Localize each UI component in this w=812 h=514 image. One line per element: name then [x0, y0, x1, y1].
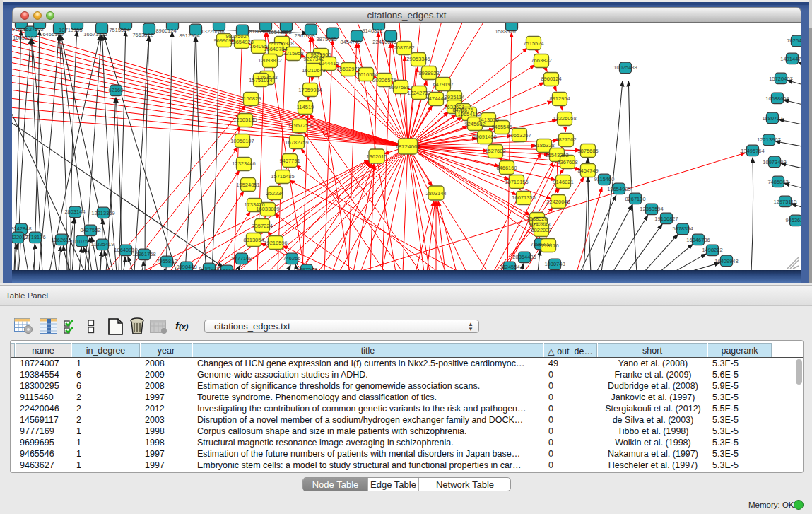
svg-text:3215958: 3215958: [283, 50, 303, 57]
svg-text:7663822: 7663822: [531, 57, 551, 64]
svg-text:15751034: 15751034: [249, 77, 272, 83]
svg-text:15716485: 15716485: [271, 173, 294, 180]
svg-text:9146821: 9146821: [553, 179, 573, 185]
svg-text:18724007: 18724007: [395, 144, 420, 150]
svg-text:8960124: 8960124: [155, 28, 176, 34]
svg-text:252234: 252234: [266, 190, 283, 197]
svg-text:11325419: 11325419: [91, 241, 114, 247]
svg-text:10653267: 10653267: [507, 132, 531, 139]
svg-text:13226058: 13226058: [201, 28, 224, 35]
svg-text:14914479: 14914479: [780, 56, 801, 62]
svg-text:9465546: 9465546: [491, 124, 512, 130]
svg-text:16033809: 16033809: [256, 206, 279, 212]
svg-text:10653267: 10653267: [13, 35, 36, 41]
svg-text:9457791: 9457791: [279, 158, 300, 164]
svg-text:1588520: 1588520: [495, 28, 515, 35]
svg-text:2367608: 2367608: [294, 33, 314, 39]
svg-text:3875685: 3875685: [316, 36, 336, 42]
svg-text:8186328: 8186328: [534, 142, 554, 148]
svg-text:10973493: 10973493: [763, 159, 786, 165]
svg-text:6466160: 6466160: [496, 165, 517, 171]
svg-text:3824554: 3824554: [499, 264, 519, 270]
svg-text:8267130: 8267130: [625, 196, 645, 202]
svg-text:8822037: 8822037: [531, 227, 551, 233]
svg-text:10025438: 10025438: [613, 64, 637, 71]
svg-text:16046736: 16046736: [686, 237, 710, 243]
svg-text:16671355: 16671355: [512, 194, 535, 201]
svg-text:9474444: 9474444: [425, 95, 446, 102]
svg-text:2367608: 2367608: [557, 159, 577, 165]
svg-text:9827502: 9827502: [555, 136, 576, 143]
svg-text:16210643: 16210643: [302, 67, 325, 74]
svg-text:12975115: 12975115: [774, 199, 797, 205]
svg-text:114519: 114519: [297, 104, 314, 110]
svg-text:746266: 746266: [283, 255, 300, 262]
svg-text:7515524: 7515524: [523, 40, 543, 47]
svg-text:8186328: 8186328: [249, 28, 269, 35]
svg-text:15720407: 15720407: [769, 76, 792, 82]
svg-text:7663822: 7663822: [132, 32, 153, 38]
svg-text:16671355: 16671355: [83, 31, 107, 37]
svg-text:10688609: 10688609: [765, 95, 789, 102]
svg-text:1527602: 1527602: [23, 26, 43, 33]
svg-text:1362615: 1362615: [366, 153, 387, 160]
svg-text:8454749: 8454749: [340, 39, 360, 45]
svg-text:1244415: 1244415: [318, 60, 339, 66]
svg-text:1498222: 1498222: [702, 247, 722, 253]
svg-text:8990448: 8990448: [176, 264, 196, 270]
svg-text:12323446: 12323446: [232, 160, 255, 167]
svg-text:12213967: 12213967: [757, 136, 780, 143]
svg-text:8912954: 8912954: [179, 33, 199, 39]
svg-text:17359934: 17359934: [298, 87, 322, 93]
svg-text:2935114: 2935114: [445, 94, 465, 100]
svg-text:7485063: 7485063: [767, 179, 788, 185]
svg-text:1080748: 1080748: [544, 261, 565, 267]
svg-text:13495764: 13495764: [741, 148, 764, 154]
svg-text:19218596: 19218596: [264, 240, 287, 246]
svg-text:16543382: 16543382: [545, 152, 568, 158]
svg-text:8427552: 8427552: [80, 227, 100, 233]
svg-text:1527602: 1527602: [485, 148, 505, 154]
svg-text:7357224: 7357224: [252, 223, 272, 229]
svg-text:12353594: 12353594: [640, 206, 663, 212]
svg-text:8960124: 8960124: [541, 76, 561, 82]
svg-text:16782759: 16782759: [285, 139, 308, 146]
svg-text:20364436: 20364436: [512, 254, 536, 260]
svg-text:8813054: 8813054: [243, 237, 264, 243]
svg-text:9463627: 9463627: [785, 217, 801, 223]
svg-text:2803144: 2803144: [64, 209, 85, 215]
svg-text:16543382: 16543382: [268, 29, 291, 35]
svg-text:17957253: 17957253: [288, 122, 311, 129]
svg-text:62160: 62160: [109, 87, 124, 93]
svg-text:1880727: 1880727: [762, 115, 782, 122]
svg-text:13226058: 13226058: [553, 115, 576, 122]
svg-text:5878354: 5878354: [672, 226, 693, 232]
svg-text:7625402: 7625402: [787, 37, 801, 44]
svg-text:6479197: 6479197: [433, 81, 453, 88]
svg-text:9777169: 9777169: [231, 255, 252, 262]
svg-text:20206575: 20206575: [372, 77, 396, 83]
svg-text:7515524: 7515524: [109, 27, 129, 33]
svg-text:2087682: 2087682: [394, 45, 414, 51]
svg-text:12093832: 12093832: [258, 57, 281, 64]
svg-text:12505135: 12505135: [233, 117, 257, 123]
svg-text:10719155: 10719155: [59, 27, 82, 33]
svg-text:8938923: 8938923: [418, 70, 439, 76]
svg-text:2718176: 2718176: [25, 234, 45, 240]
svg-text:19166827: 19166827: [654, 216, 678, 222]
svg-text:8912954: 8912954: [549, 95, 570, 102]
svg-text:9242848: 9242848: [12, 226, 32, 232]
svg-text:22420046: 22420046: [372, 39, 396, 45]
svg-text:2718176: 2718176: [538, 243, 558, 249]
svg-text:12213369: 12213369: [91, 210, 114, 216]
svg-text:20691406: 20691406: [473, 134, 496, 140]
svg-text:16961758: 16961758: [132, 251, 155, 257]
svg-text:10958107: 10958107: [230, 138, 254, 144]
svg-text:9115460: 9115460: [594, 176, 615, 182]
svg-text:29053346: 29053346: [406, 56, 430, 62]
svg-text:10719155: 10719155: [505, 179, 528, 185]
svg-text:22420046: 22420046: [546, 199, 570, 205]
svg-text:9146821: 9146821: [362, 28, 382, 34]
svg-text:3875685: 3875685: [577, 148, 598, 154]
svg-text:1362615: 1362615: [51, 237, 71, 243]
